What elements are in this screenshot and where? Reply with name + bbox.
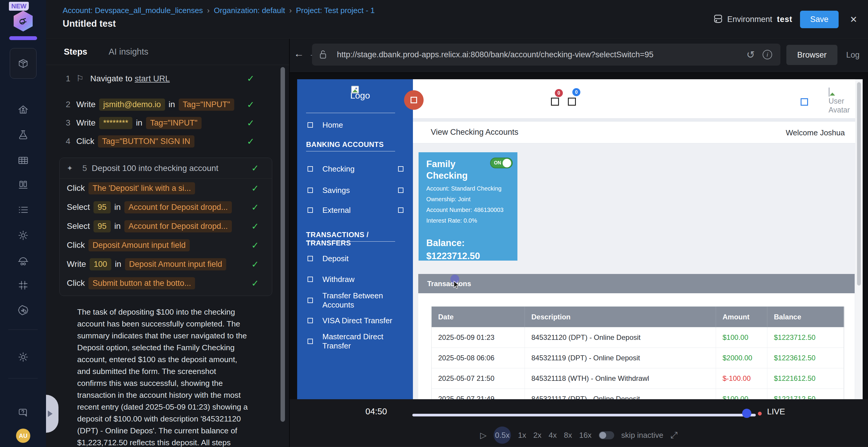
step-row[interactable]: 2Writejsmith@demo.ioinTag="INPUT"✓ — [46, 95, 281, 114]
play-icon[interactable]: ▷ — [480, 430, 487, 440]
tab-log[interactable]: Log — [842, 45, 863, 65]
speed-1x[interactable]: 1x — [518, 431, 526, 440]
rail-item-table-grid[interactable] — [0, 150, 46, 171]
target-badge[interactable]: Tag="INPUT" — [179, 99, 234, 111]
value-badge[interactable]: jsmith@demo.io — [99, 99, 165, 111]
value-badge[interactable]: 95 — [94, 220, 111, 232]
steps-scrollbar[interactable] — [281, 67, 285, 422]
settings-square-icon[interactable] — [801, 98, 808, 106]
environment-selector[interactable]: Environment test — [714, 14, 793, 24]
target-badge[interactable]: Deposit Amount input field — [89, 239, 190, 251]
skip-inactive-label: skip inactive — [621, 431, 663, 440]
messages-badge: 0 — [572, 88, 580, 96]
sidebar-item-home[interactable]: Home — [297, 119, 413, 131]
breadcrumb-item[interactable]: Account: Devspace_all_module_licenses — [63, 6, 203, 15]
substep-row[interactable]: ClickSubmit button at the botto...✓ — [60, 274, 272, 293]
target-badge[interactable]: Tag="INPUT" — [146, 117, 202, 129]
rail-item-integration-link[interactable] — [0, 300, 46, 321]
breadcrumb-item[interactable]: Project: Test project - 1 — [296, 6, 375, 15]
sidebar-toggle-button[interactable] — [404, 90, 424, 110]
close-icon[interactable]: ✕ — [846, 14, 861, 25]
browser-panel: ← → http://stage.dbank.prod-apps.relicx.… — [290, 39, 868, 447]
step-row[interactable]: 3Write********inTag="INPUT"✓ — [46, 114, 281, 132]
substep-row[interactable]: Select95inAccount for Deposit dropd...✓ — [60, 198, 272, 217]
user-avatar[interactable]: AU — [16, 428, 30, 443]
rail-item-compare-panels[interactable] — [0, 174, 46, 195]
substep-row[interactable]: Select95inAccount for Deposit dropd...✓ — [60, 217, 272, 236]
speed-2x[interactable]: 2x — [533, 431, 541, 440]
sidebar-item-deposit[interactable]: Deposit — [297, 252, 413, 265]
expand-square-icon — [398, 188, 403, 193]
account-detail: Account: Standard Checking — [426, 185, 510, 192]
account-toggle[interactable]: ON — [490, 158, 513, 168]
rail-item-modules[interactable] — [10, 48, 36, 79]
tab-browser[interactable]: Browser — [786, 45, 837, 65]
sidebar-item-external[interactable]: External — [297, 203, 413, 217]
tab-steps[interactable]: Steps — [64, 47, 87, 57]
value-badge[interactable]: 95 — [94, 201, 111, 214]
sidebar-item-savings[interactable]: Savings — [297, 184, 413, 197]
back-icon[interactable]: ← — [294, 48, 304, 59]
substep-row[interactable]: ClickDeposit Amount input field✓ — [60, 236, 272, 255]
rail-item-home[interactable] — [0, 99, 46, 120]
sidebar-item-withdraw[interactable]: Withdraw — [297, 273, 413, 286]
tab-ai-insights[interactable]: AI insights — [108, 47, 148, 57]
fullscreen-icon[interactable]: ⤢ — [670, 430, 677, 441]
bank-logo[interactable]: Logo — [297, 86, 413, 101]
transactions-table: DateDescriptionAmountBalance 2025-05-09 … — [431, 306, 844, 400]
bank-sidebar: Logo Home BANKING ACCOUNTSCheckingSaving… — [297, 79, 413, 400]
info-icon[interactable]: i — [763, 50, 772, 59]
steps-panel: StepsAI insights 1⚐Navigate tostart URL✓… — [46, 39, 289, 447]
skip-inactive-toggle[interactable] — [599, 431, 614, 439]
cell-date: 2025-05-09 01:23 — [432, 327, 525, 348]
scrollbar-thumb[interactable] — [857, 82, 861, 286]
rail-item-lab-flask[interactable] — [0, 125, 46, 146]
speed-0.5x[interactable]: 0.5x — [494, 426, 511, 444]
messages-icon[interactable] — [568, 98, 576, 106]
url-bar[interactable]: http://stage.dbank.prod-apps.relicx.ai:8… — [312, 44, 780, 66]
rail-item-incognito[interactable] — [0, 250, 46, 271]
sidebar-item-visa-direct-transfer[interactable]: VISA Direct Transfer — [297, 314, 413, 327]
step-action: Click — [67, 279, 85, 288]
live-dot — [758, 412, 762, 416]
target-badge[interactable]: Submit button at the botto... — [89, 277, 195, 289]
user-avatar-broken[interactable]: User Avatar — [829, 88, 856, 116]
step-row[interactable]: 4ClickTag="BUTTON" SIGN IN✓ — [46, 132, 281, 151]
page-scrollbar[interactable] — [855, 79, 863, 400]
substep-row[interactable]: ClickThe 'Deposit' link with a si...✓ — [60, 179, 272, 198]
timeline-slider[interactable] — [412, 414, 756, 416]
target-badge[interactable]: Tag="BUTTON" SIGN IN — [98, 135, 194, 148]
rail-item-settings-bottom[interactable] — [0, 347, 46, 368]
step-row[interactable]: 1⚐Navigate tostart URL✓ — [46, 65, 281, 95]
sidebar-item-checking[interactable]: Checking — [297, 162, 413, 176]
ai-step-group-header[interactable]: ✦5Deposit 100 into checking account✓ — [60, 158, 272, 179]
steps-list: 1⚐Navigate tostart URL✓2Writejsmith@demo… — [46, 65, 281, 447]
substep-row[interactable]: Write100inDeposit Amount input field✓ — [60, 255, 272, 274]
target-badge[interactable]: Account for Deposit dropd... — [124, 201, 232, 214]
timeline-handle[interactable] — [742, 409, 751, 418]
url-text[interactable]: http://stage.dbank.prod-apps.relicx.ai:8… — [337, 50, 747, 59]
save-button[interactable]: Save — [800, 11, 839, 28]
breadcrumb-item[interactable]: Organization: default — [214, 6, 285, 15]
notification-icon[interactable] — [551, 98, 559, 106]
target-badge[interactable]: Account for Deposit dropd... — [124, 220, 232, 232]
sidebar-item-mastercard-direct-transfer[interactable]: Mastercard Direct Transfer — [297, 334, 413, 348]
speed-8x[interactable]: 8x — [564, 431, 572, 440]
step-action: Click — [67, 241, 85, 250]
rail-item-slack[interactable] — [0, 275, 46, 296]
target-badge[interactable]: The 'Deposit' link with a si... — [89, 182, 195, 194]
rail-item-settings-gear[interactable] — [0, 225, 46, 246]
speed-16x[interactable]: 16x — [579, 431, 592, 440]
slack-icon — [18, 280, 29, 291]
value-badge[interactable]: 100 — [90, 258, 111, 270]
rail-item-list[interactable] — [0, 199, 46, 220]
value-badge[interactable]: ******** — [99, 117, 132, 129]
step-start-url-link[interactable]: start URL — [135, 74, 170, 84]
target-badge[interactable]: Deposit Amount input field — [125, 258, 226, 270]
speed-4x[interactable]: 4x — [549, 431, 557, 440]
brand-logo-icon[interactable] — [14, 11, 33, 31]
refresh-icon[interactable]: ↺ — [747, 49, 755, 61]
sidebar-item-transfer-between-accounts[interactable]: Transfer Between Accounts — [297, 293, 413, 307]
transactions-header-bar[interactable]: Transactions — [418, 274, 855, 293]
rail-item-help[interactable] — [0, 403, 46, 423]
